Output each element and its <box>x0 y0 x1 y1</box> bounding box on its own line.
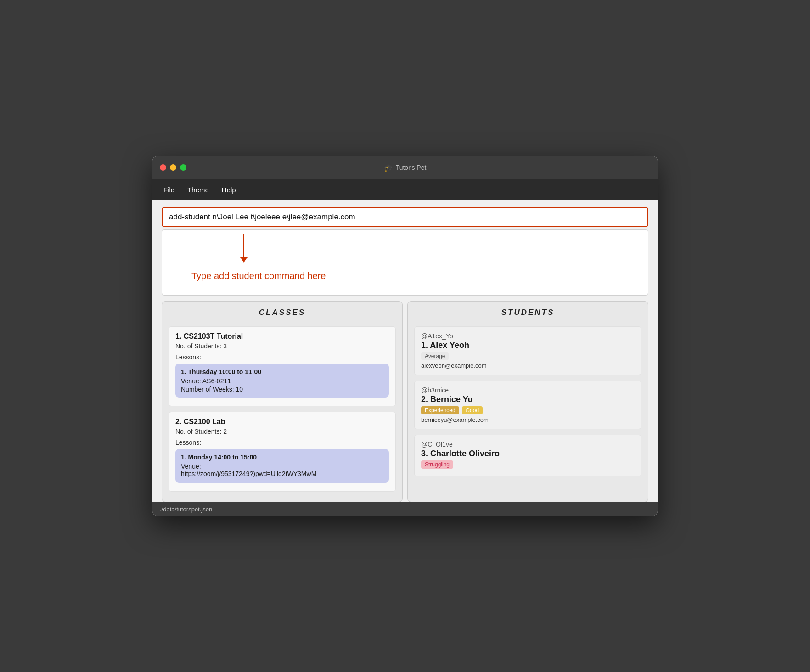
lesson-item-2-1: 1. Monday 14:00 to 15:00 Venue:https://z… <box>175 449 389 483</box>
student-tag-good: Good <box>462 406 483 414</box>
maximize-button[interactable] <box>180 164 186 171</box>
hint-box: Type add student command here <box>162 229 648 296</box>
students-panel-header: STUDENTS <box>408 302 648 322</box>
student-tag-average: Average <box>421 352 449 360</box>
menu-help[interactable]: Help <box>216 183 242 196</box>
menu-theme[interactable]: Theme <box>182 183 214 196</box>
lesson-time-1-1: 1. Thursday 10:00 to 11:00 <box>181 368 383 375</box>
statusbar-text: ./data/tutorspet.json <box>160 506 212 513</box>
window-title: 🎓 Tutor's Pet <box>384 163 427 172</box>
student-tags-3: Struggling <box>421 460 635 469</box>
lesson-venue-1-1: Venue: AS6-0211 <box>181 377 383 385</box>
class-card-2: 2. CS2100 Lab No. of Students: 2 Lessons… <box>169 412 396 492</box>
class-meta-1: No. of Students: 3 <box>175 342 389 350</box>
lesson-item-1-1: 1. Thursday 10:00 to 11:00 Venue: AS6-02… <box>175 364 389 398</box>
minimize-button[interactable] <box>170 164 176 171</box>
close-button[interactable] <box>160 164 166 171</box>
lesson-time-2-1: 1. Monday 14:00 to 15:00 <box>181 454 383 461</box>
classes-panel: CLASSES 1. CS2103T Tutorial No. of Stude… <box>162 301 403 502</box>
arrow-shaft <box>243 234 244 257</box>
student-name-1: 1. Alex Yeoh <box>421 341 635 350</box>
student-tag-struggling: Struggling <box>421 460 453 469</box>
students-panel-body[interactable]: @A1ex_Yo 1. Alex Yeoh Average alexyeoh@e… <box>408 322 648 502</box>
student-handle-1: @A1ex_Yo <box>421 332 635 340</box>
class-meta-2: No. of Students: 2 <box>175 428 389 435</box>
student-name-3: 3. Charlotte Oliveiro <box>421 449 635 459</box>
command-input-wrapper[interactable] <box>162 207 648 227</box>
lessons-label-2: Lessons: <box>175 439 389 446</box>
class-card-1: 1. CS2103T Tutorial No. of Students: 3 L… <box>169 326 396 406</box>
panels-container: CLASSES 1. CS2103T Tutorial No. of Stude… <box>162 301 648 502</box>
students-panel: STUDENTS @A1ex_Yo 1. Alex Yeoh Average a… <box>407 301 648 502</box>
command-section: Type add student command here <box>162 207 648 296</box>
classes-panel-header: CLASSES <box>162 302 402 322</box>
lessons-label-1: Lessons: <box>175 353 389 361</box>
menubar: File Theme Help <box>152 179 658 200</box>
main-content: Type add student command here CLASSES 1.… <box>152 200 658 502</box>
lesson-weeks-1-1: Number of Weeks: 10 <box>181 386 383 393</box>
class-title-2: 2. CS2100 Lab <box>175 418 389 426</box>
student-tags-2: Experienced Good <box>421 406 635 414</box>
student-name-2: 2. Bernice Yu <box>421 395 635 404</box>
student-handle-3: @C_Ol1ve <box>421 441 635 448</box>
student-handle-2: @b3rnice <box>421 386 635 394</box>
student-card-3: @C_Ol1ve 3. Charlotte Oliveiro Strugglin… <box>414 435 641 476</box>
app-window: 🎓 Tutor's Pet File Theme Help Type add s… <box>152 156 658 516</box>
lesson-venue-2-1: Venue:https://zoom/j/95317249?)pwd=Ulld2… <box>181 463 383 477</box>
arrow-container <box>240 234 248 263</box>
classes-panel-body[interactable]: 1. CS2103T Tutorial No. of Students: 3 L… <box>162 322 402 502</box>
arrow-head <box>240 257 248 263</box>
titlebar: 🎓 Tutor's Pet <box>152 156 658 179</box>
student-tags-1: Average <box>421 352 635 360</box>
app-icon: 🎓 <box>384 163 393 172</box>
menu-file[interactable]: File <box>158 183 180 196</box>
student-card-2: @b3rnice 2. Bernice Yu Experienced Good … <box>414 381 641 429</box>
student-card-1: @A1ex_Yo 1. Alex Yeoh Average alexyeoh@e… <box>414 326 641 375</box>
command-input[interactable] <box>169 213 641 222</box>
statusbar: ./data/tutorspet.json <box>152 502 658 516</box>
student-tag-experienced: Experienced <box>421 406 459 414</box>
traffic-lights <box>160 164 186 171</box>
student-email-2: berniceyu@example.com <box>421 416 635 423</box>
student-email-1: alexyeoh@example.com <box>421 362 635 369</box>
class-title-1: 1. CS2103T Tutorial <box>175 332 389 341</box>
hint-text: Type add student command here <box>191 271 637 281</box>
